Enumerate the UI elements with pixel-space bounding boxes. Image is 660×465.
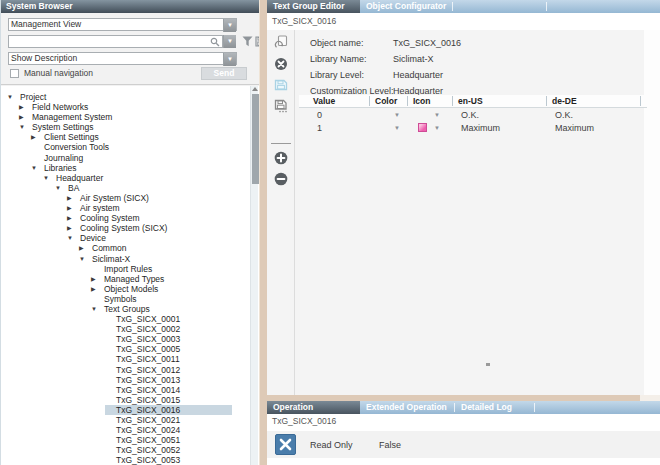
tab-extended-operation[interactable]: Extended Operation bbox=[360, 401, 454, 414]
tree-item-txg-sicx-0002[interactable]: TxG_SICX_0002 bbox=[1, 324, 259, 334]
column-header[interactable]: en-US bbox=[458, 96, 483, 106]
read-only-toggle-button[interactable] bbox=[275, 434, 296, 455]
expand-arrow-icon[interactable]: ▶ bbox=[67, 203, 77, 213]
add-icon[interactable] bbox=[274, 151, 288, 165]
remove-icon[interactable] bbox=[274, 172, 288, 186]
tree-item-cooling-system[interactable]: ▶Cooling System bbox=[1, 213, 259, 223]
tree-item-txg-sicx-0014[interactable]: TxG_SICX_0014 bbox=[1, 385, 259, 395]
scrollbar-thumb[interactable] bbox=[252, 94, 259, 184]
chevron-down-icon[interactable]: ▼ bbox=[223, 19, 236, 32]
tree-item-cooling-system-sicx-[interactable]: ▶Cooling System (SICX) bbox=[1, 223, 259, 233]
vertical-splitter[interactable] bbox=[259, 0, 267, 465]
tree-item-label: TxG_SICX_0024 bbox=[116, 425, 180, 435]
collapse-arrow-icon[interactable]: ▼ bbox=[19, 122, 29, 132]
expand-arrow-icon[interactable]: ▶ bbox=[79, 243, 89, 253]
tree-item-ba[interactable]: ▼BA bbox=[1, 183, 259, 193]
column-header[interactable]: de-DE bbox=[552, 96, 577, 106]
view-mode-dropdown[interactable]: Management View ▼ bbox=[8, 18, 237, 31]
en-us-cell[interactable]: O.K. bbox=[461, 110, 479, 120]
manual-navigation-checkbox[interactable] bbox=[10, 69, 19, 78]
table-row[interactable]: 1▼▼MaximumMaximum bbox=[299, 122, 647, 135]
en-us-cell[interactable]: Maximum bbox=[461, 123, 500, 133]
expand-arrow-icon[interactable]: ▶ bbox=[91, 284, 101, 294]
expand-arrow-icon[interactable]: ▶ bbox=[67, 223, 77, 233]
tree-item-txg-sicx-0011[interactable]: TxG_SICX_0011 bbox=[1, 354, 259, 364]
tab-text-group-editor[interactable]: Text Group Editor bbox=[267, 0, 360, 13]
tree-item-txg-sicx-0015[interactable]: TxG_SICX_0015 bbox=[1, 395, 259, 405]
tree-item-conversion-tools[interactable]: Conversion Tools bbox=[1, 142, 259, 152]
collapse-arrow-icon[interactable]: ▼ bbox=[67, 233, 77, 243]
save-as-icon[interactable] bbox=[274, 99, 288, 113]
column-header[interactable]: Color bbox=[375, 96, 397, 106]
column-header[interactable]: Icon bbox=[413, 96, 430, 106]
expand-arrow-icon[interactable]: ▶ bbox=[19, 102, 29, 112]
icon-dropdown-icon[interactable]: ▼ bbox=[434, 112, 440, 118]
tree-item-txg-sicx-0024[interactable]: TxG_SICX_0024 bbox=[1, 425, 259, 435]
filter-icon[interactable] bbox=[242, 36, 253, 47]
tree-item-symbols[interactable]: Symbols bbox=[1, 294, 259, 304]
table-row[interactable]: 0▼▼O.K.O.K. bbox=[299, 109, 647, 122]
tree-item-label: Common bbox=[92, 243, 126, 253]
scroll-up-icon[interactable] bbox=[252, 87, 258, 91]
tree-item-text-groups[interactable]: ▼Text Groups bbox=[1, 304, 259, 314]
collapse-arrow-icon[interactable]: ▼ bbox=[55, 183, 65, 193]
send-button[interactable]: Send bbox=[201, 67, 247, 80]
tree-item-journaling[interactable]: Journaling bbox=[1, 153, 259, 163]
chevron-down-icon[interactable]: ▼ bbox=[223, 53, 236, 66]
collapse-arrow-icon[interactable]: ▼ bbox=[43, 173, 53, 183]
tree-scrollbar[interactable] bbox=[250, 86, 258, 465]
tree-item-object-models[interactable]: ▶Object Models bbox=[1, 284, 259, 294]
collapse-arrow-icon[interactable]: ▼ bbox=[31, 163, 41, 173]
tree-item-txg-sicx-0053[interactable]: TxG_SICX_0053 bbox=[1, 455, 259, 465]
tree-item-txg-sicx-0001[interactable]: TxG_SICX_0001 bbox=[1, 314, 259, 324]
expand-arrow-icon[interactable]: ▶ bbox=[31, 132, 41, 142]
tree-item-management-system[interactable]: ▶Management System bbox=[1, 112, 259, 122]
tree-item-headquarter[interactable]: ▼Headquarter bbox=[1, 173, 259, 183]
tree-item-libraries[interactable]: ▼Libraries bbox=[1, 163, 259, 173]
tree-item-client-settings[interactable]: ▶Client Settings bbox=[1, 132, 259, 142]
search-dropdown-icon[interactable]: ▼ bbox=[223, 35, 236, 48]
expand-arrow-icon[interactable]: ▶ bbox=[67, 213, 77, 223]
de-de-cell[interactable]: Maximum bbox=[555, 123, 594, 133]
collapse-arrow-icon[interactable]: ▼ bbox=[7, 92, 17, 102]
description-mode-dropdown[interactable]: Show Description ▼ bbox=[8, 52, 237, 65]
column-header[interactable]: Value bbox=[313, 96, 335, 106]
tree-item-txg-sicx-0051[interactable]: TxG_SICX_0051 bbox=[1, 435, 259, 445]
tree-item-txg-sicx-0052[interactable]: TxG_SICX_0052 bbox=[1, 445, 259, 455]
tree-item-air-system[interactable]: ▶Air system bbox=[1, 203, 259, 213]
tree-item-label: Object Models bbox=[104, 284, 158, 294]
search-input[interactable] bbox=[8, 35, 223, 48]
expand-arrow-icon[interactable]: ▶ bbox=[91, 274, 101, 284]
tab-operation[interactable]: Operation bbox=[267, 401, 360, 414]
tree-item-txg-sicx-0016[interactable]: TxG_SICX_0016 bbox=[1, 405, 259, 415]
tree-item-managed-types[interactable]: ▶Managed Types bbox=[1, 274, 259, 284]
expand-arrow-icon[interactable]: ▶ bbox=[19, 112, 29, 122]
tree-item-txg-sicx-0005[interactable]: TxG_SICX_0005 bbox=[1, 344, 259, 354]
tree-item-common[interactable]: ▶Common bbox=[1, 243, 259, 253]
tree-item-txg-sicx-0012[interactable]: TxG_SICX_0012 bbox=[1, 365, 259, 375]
collapse-arrow-icon[interactable]: ▼ bbox=[79, 254, 89, 264]
collapse-arrow-icon[interactable]: ▼ bbox=[91, 304, 101, 314]
tree-item-field-networks[interactable]: ▶Field Networks bbox=[1, 102, 259, 112]
tree-item-project[interactable]: ▼Project bbox=[1, 92, 259, 102]
tree-item-txg-sicx-0021[interactable]: TxG_SICX_0021 bbox=[1, 415, 259, 425]
tab-detailed-log[interactable]: Detailed Log bbox=[455, 401, 534, 414]
tree-item-txg-sicx-0013[interactable]: TxG_SICX_0013 bbox=[1, 375, 259, 385]
tree-item-label: TxG_SICX_0005 bbox=[116, 344, 180, 354]
tree-item-siclimat-x[interactable]: ▼Siclimat-X bbox=[1, 254, 259, 264]
color-dropdown-icon[interactable]: ▼ bbox=[394, 112, 400, 118]
de-de-cell[interactable]: O.K. bbox=[555, 110, 573, 120]
tree-item-import-rules[interactable]: Import Rules bbox=[1, 264, 259, 274]
expand-arrow-icon[interactable]: ▶ bbox=[67, 193, 77, 203]
close-icon bbox=[276, 435, 295, 454]
tree-item-air-system-sicx-[interactable]: ▶Air System (SICX) bbox=[1, 193, 259, 203]
color-dropdown-icon[interactable]: ▼ bbox=[394, 125, 400, 131]
panel-title: System Browser bbox=[1, 0, 259, 13]
icon-dropdown-icon[interactable]: ▼ bbox=[434, 125, 440, 131]
tab-filler bbox=[453, 0, 546, 13]
tree-item-txg-sicx-0003[interactable]: TxG_SICX_0003 bbox=[1, 334, 259, 344]
value-cell: 1 bbox=[317, 123, 322, 133]
tree-item-device[interactable]: ▼Device bbox=[1, 233, 259, 243]
tab-object-configurator[interactable]: Object Configurator bbox=[360, 0, 452, 13]
tree-item-system-settings[interactable]: ▼System Settings bbox=[1, 122, 259, 132]
